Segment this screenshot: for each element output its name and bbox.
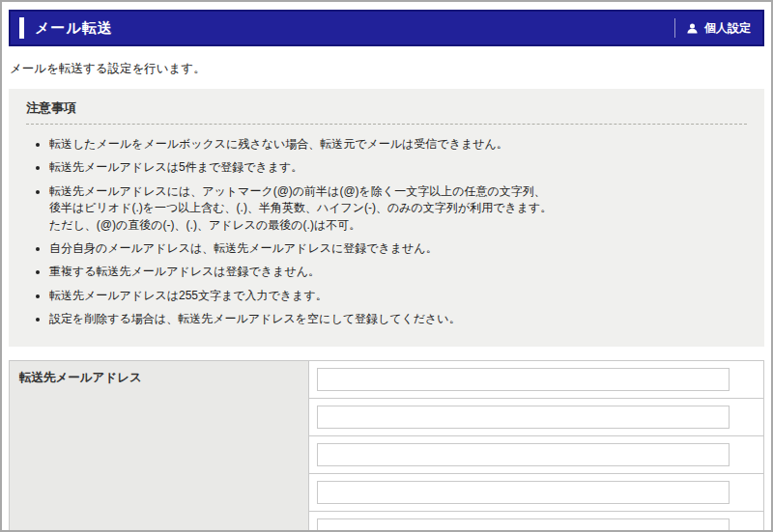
page-header: メール転送 個人設定 — [9, 10, 764, 46]
page-description: メールを転送する設定を行います。 — [10, 61, 763, 77]
forward-address-cell — [309, 360, 764, 398]
forward-address-cell — [309, 435, 764, 473]
forward-address-cell — [309, 511, 764, 532]
forward-address-input-3[interactable] — [317, 443, 730, 466]
notice-item: 設定を削除する場合は、転送先メールアドレスを空にして登録してください。 — [49, 311, 749, 327]
notice-item: 転送先メールアドレスは255文字まで入力できます。 — [49, 288, 749, 304]
notice-item: 転送したメールをメールボックスに残さない場合、転送元でメールは受信できません。 — [49, 136, 749, 153]
forward-address-cell — [309, 473, 764, 511]
notice-box: 注意事項 転送したメールをメールボックスに残さない場合、転送元でメールは受信でき… — [9, 89, 764, 347]
forward-address-input-4[interactable] — [317, 481, 730, 504]
title-accent-bar — [19, 17, 24, 39]
notice-item: 自分自身のメールアドレスは、転送先メールアドレスに登録できません。 — [49, 240, 749, 257]
notice-title: 注意事項 — [24, 95, 749, 124]
personal-settings-label: 個人設定 — [704, 20, 751, 37]
notice-list: 転送したメールをメールボックスに残さない場合、転送元でメールは受信できません。 … — [24, 136, 749, 328]
forward-address-input-5[interactable] — [317, 518, 730, 532]
notice-divider — [26, 124, 747, 125]
person-icon — [686, 22, 699, 35]
personal-settings-button[interactable]: 個人設定 — [674, 18, 762, 38]
forward-settings-table: 転送先メールアドレス 転送したメールをメールボックスに — [9, 360, 764, 532]
table-row: 転送先メールアドレス — [10, 360, 764, 398]
notice-item: 転送先メールアドレスには、アットマーク(@)の前半は(@)を除く一文字以上の任意… — [49, 183, 749, 234]
page: メール転送 個人設定 メールを転送する設定を行います。 注意事項 転送したメール… — [0, 0, 773, 532]
page-title: メール転送 — [35, 19, 113, 38]
notice-item: 転送先メールアドレスは5件まで登録できます。 — [49, 159, 749, 176]
forward-address-input-2[interactable] — [317, 406, 730, 429]
forward-address-input-1[interactable] — [317, 368, 730, 391]
forward-address-label: 転送先メールアドレス — [10, 360, 309, 532]
notice-item: 重複する転送先メールアドレスは登録できません。 — [49, 264, 749, 280]
forward-address-cell — [309, 398, 764, 435]
